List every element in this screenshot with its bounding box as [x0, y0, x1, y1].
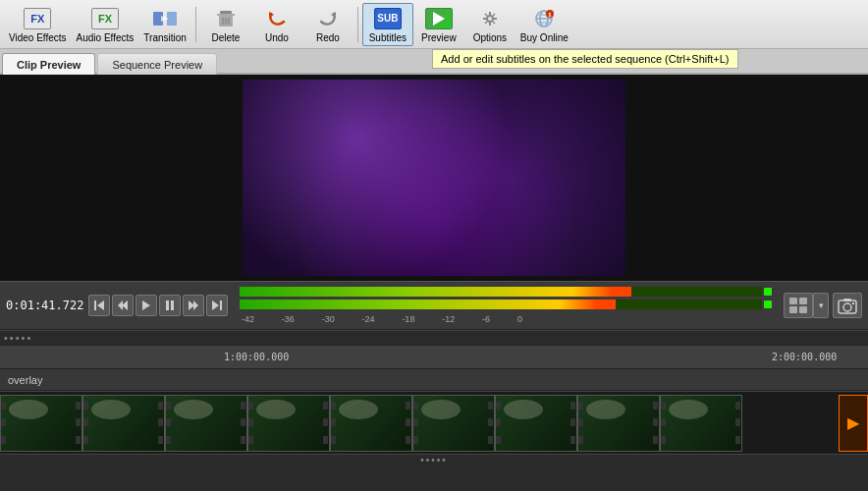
main-preview-area — [0, 75, 868, 281]
svg-line-18 — [485, 22, 487, 24]
second-scroll-handle[interactable]: ••••• — [420, 455, 448, 465]
film-strip-row: ▶ — [0, 391, 868, 454]
view-dropdown-arrow[interactable]: ▾ — [813, 293, 829, 318]
timeline-area: ••••• 1:00:00.000 2:00:00.000 overlay — [0, 330, 868, 465]
svg-marker-30 — [118, 300, 123, 310]
vu-meter: -42 -36 -30 -24 -18 -12 -6 0 — [240, 287, 772, 324]
audio-effects-button[interactable]: FX Audio Effects — [72, 3, 139, 46]
redo-button[interactable]: Redo — [302, 3, 353, 46]
film-strip-end-marker: ▶ — [839, 395, 868, 452]
svg-rect-27 — [94, 300, 96, 310]
undo-icon — [261, 6, 293, 31]
film-thumbnail — [577, 395, 660, 452]
film-thumbnail — [247, 395, 330, 452]
video-effects-icon: FX — [22, 6, 53, 31]
separator-1 — [195, 7, 196, 42]
second-scroll-row: ••••• — [0, 454, 868, 465]
view-buttons: ▾ — [784, 293, 862, 318]
storyboard-view-button[interactable] — [784, 293, 813, 318]
subtitle-tooltip: Add or edit subtitles on the selected se… — [432, 49, 738, 69]
toolbar: FX Video Effects FX Audio Effects Transi… — [0, 0, 868, 49]
film-thumbnail — [412, 395, 495, 452]
overlay-track-label: overlay — [0, 369, 868, 391]
buy-online-icon: $ — [528, 6, 560, 31]
svg-rect-38 — [789, 298, 797, 304]
svg-marker-37 — [212, 300, 219, 310]
film-thumbnail — [0, 395, 82, 452]
buy-online-button[interactable]: $ Buy Online — [515, 3, 573, 46]
vu-bar-2 — [240, 300, 762, 309]
delete-button[interactable]: Delete — [200, 3, 251, 46]
tab-sequence-preview[interactable]: Sequence Preview — [97, 53, 217, 75]
svg-rect-45 — [852, 302, 854, 304]
svg-rect-32 — [166, 300, 169, 310]
timescale-label-2: 2:00:00.000 — [772, 352, 837, 362]
go-to-start-button[interactable] — [88, 295, 110, 316]
play-button[interactable] — [136, 295, 157, 316]
controls-bar: 0:01:41.722 — [0, 281, 868, 330]
svg-line-19 — [493, 14, 495, 16]
delete-icon — [210, 6, 242, 31]
scroll-row: ••••• — [0, 330, 868, 346]
svg-rect-3 — [220, 11, 232, 14]
timescale-row: 1:00:00.000 2:00:00.000 — [0, 346, 868, 369]
vu-track-1 — [240, 287, 772, 297]
svg-text:$: $ — [549, 12, 552, 18]
svg-rect-41 — [799, 306, 807, 313]
transition-button[interactable]: Transition — [138, 3, 191, 46]
film-thumbnail — [660, 395, 742, 452]
svg-line-16 — [485, 14, 487, 16]
svg-rect-33 — [171, 300, 174, 310]
video-frame — [243, 80, 625, 276]
timescale-label-1: 1:00:00.000 — [224, 352, 289, 362]
pause-button[interactable] — [159, 295, 181, 316]
film-thumbnail — [82, 395, 165, 452]
svg-rect-4 — [217, 14, 235, 16]
audio-effects-icon: FX — [89, 6, 121, 31]
transport-controls — [88, 295, 228, 316]
undo-button[interactable]: Undo — [251, 3, 302, 46]
video-effects-button[interactable]: FX Video Effects — [4, 3, 72, 46]
go-to-end-button[interactable] — [206, 295, 228, 316]
options-button[interactable]: Options — [464, 3, 515, 46]
svg-marker-35 — [193, 300, 198, 310]
video-preview — [0, 75, 868, 281]
vu-peak-1 — [764, 288, 772, 296]
subtitles-button[interactable]: SUB Subtitles — [362, 3, 413, 46]
tab-clip-preview[interactable]: Clip Preview — [2, 53, 95, 75]
film-thumbnail — [165, 395, 247, 452]
svg-marker-31 — [142, 300, 150, 310]
options-icon — [474, 6, 506, 31]
svg-point-43 — [843, 303, 851, 311]
vu-track-2 — [240, 300, 772, 309]
redo-icon — [312, 6, 344, 31]
svg-rect-44 — [843, 299, 851, 301]
subtitles-icon: SUB — [372, 6, 404, 31]
timecode-display: 0:01:41.722 — [6, 299, 84, 312]
step-forward-button[interactable] — [183, 295, 204, 316]
step-back-button[interactable] — [112, 295, 134, 316]
separator-2 — [357, 7, 358, 42]
preview-icon — [423, 6, 455, 31]
tracks-area: overlay — [0, 369, 868, 454]
film-thumbnail — [495, 395, 577, 452]
scroll-handle[interactable]: ••••• — [4, 332, 32, 344]
svg-rect-40 — [789, 306, 797, 313]
svg-point-11 — [487, 16, 493, 22]
preview-button[interactable]: Preview — [413, 3, 464, 46]
svg-rect-36 — [220, 300, 222, 310]
svg-marker-28 — [97, 300, 104, 310]
transition-icon — [149, 6, 181, 31]
vu-peak-2 — [764, 300, 772, 308]
film-thumbnail — [330, 395, 412, 452]
vu-scale: -42 -36 -30 -24 -18 -12 -6 0 — [240, 314, 524, 324]
snapshot-button[interactable] — [833, 293, 862, 318]
vu-bar-1 — [240, 287, 762, 297]
svg-line-17 — [493, 22, 495, 24]
svg-rect-39 — [799, 298, 807, 304]
